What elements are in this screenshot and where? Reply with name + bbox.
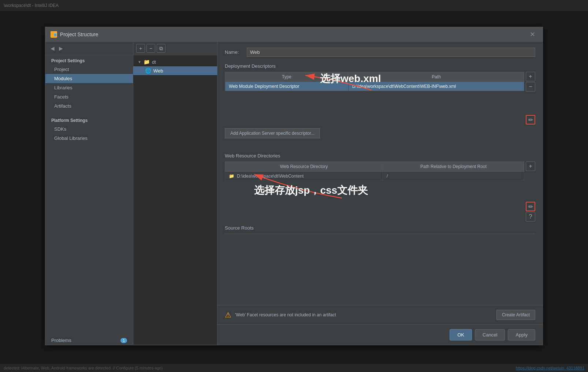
web-resource-wrapper: Web Resource Directory Path Relative to …: [225, 161, 535, 222]
problems-label: Problems: [51, 338, 71, 343]
add-server-descriptor-button[interactable]: Add Application Server specific descript…: [225, 128, 320, 138]
tree-item-web[interactable]: 🌐 Web: [133, 66, 217, 75]
warning-text: 'Web' Facet resources are not included i…: [235, 312, 493, 317]
dialog-body: ◀ ▶ Project Settings Project Modules Lib…: [45, 42, 543, 345]
dialog-close-button[interactable]: ✕: [528, 30, 537, 39]
svg-rect-0: [51, 33, 53, 36]
deployment-descriptors-table: Type Path Web Module Deployment Descript…: [225, 72, 524, 91]
tree-toolbar: + − ⧉: [133, 42, 217, 55]
module-tree: ▼ 📁 dt 🌐 Web: [133, 55, 217, 345]
wr-col-directory: Web Resource Directory: [225, 162, 383, 172]
sidebar-item-facets[interactable]: Facets: [45, 92, 133, 101]
project-structure-dialog: Project Structure ✕ ◀ ▶ Project Settings…: [45, 27, 543, 345]
wr-row-directory: 📁 D:\idea\workspace\dt\WebContent: [225, 172, 383, 181]
sidebar-item-modules[interactable]: Modules: [45, 74, 133, 83]
tree-copy-button[interactable]: ⧉: [157, 44, 165, 53]
dialog-footer: OK Cancel Apply: [217, 324, 543, 345]
web-resource-table: Web Resource Directory Path Relative to …: [225, 161, 524, 181]
apply-button[interactable]: Apply: [508, 329, 535, 341]
sidebar-item-problems[interactable]: Problems 1: [45, 336, 133, 345]
create-artifact-button[interactable]: Create Artifact: [496, 310, 535, 320]
sidebar-item-sdks[interactable]: SDKs: [45, 124, 133, 134]
wr-help-button[interactable]: ?: [526, 212, 535, 222]
wr-row-path: /: [383, 172, 524, 181]
problems-badge: 1: [120, 338, 127, 343]
tree-item-dt[interactable]: ▼ 📁 dt: [133, 57, 217, 66]
svg-rect-2: [54, 33, 56, 33]
dd-side-actions: + − ✏: [526, 72, 535, 124]
wr-add-button[interactable]: +: [526, 161, 535, 171]
module-name-input[interactable]: [247, 48, 535, 57]
nav-forward-button[interactable]: ▶: [57, 45, 64, 52]
project-structure-icon: [51, 31, 57, 38]
sidebar-item-libraries[interactable]: Libraries: [45, 83, 133, 92]
dialog-title-text: Project Structure: [60, 31, 98, 37]
dd-add-button[interactable]: +: [526, 72, 535, 81]
main-content-area: Name: Deployment Descriptors Type Path: [217, 42, 543, 305]
module-name-row: Name:: [225, 48, 535, 57]
folder-icon: 📁: [144, 59, 150, 65]
wr-edit-button[interactable]: ✏: [526, 202, 535, 211]
warning-icon: ⚠: [225, 310, 231, 319]
dd-row-path: D:\idea\workspace\dt\WebContent\WEB-INF\…: [348, 82, 524, 91]
wr-side-actions: + ✏ ?: [526, 161, 535, 222]
project-settings-header: Project Settings: [45, 55, 133, 65]
sidebar-item-global-libraries[interactable]: Global Libraries: [45, 134, 133, 143]
annotation-jsp-css-text: 选择存放jsp，css文件夹: [254, 183, 368, 197]
sidebar-item-project[interactable]: Project: [45, 65, 133, 74]
nav-back-button[interactable]: ◀: [49, 45, 56, 52]
source-roots-section: Source Roots: [225, 225, 535, 234]
web-icon: 🌐: [145, 68, 151, 74]
wr-col-path: Path Relative to Deployment Root: [383, 162, 524, 172]
web-resource-directories-title: Web Resource Directories: [225, 153, 535, 159]
main-content-panel: Name: Deployment Descriptors Type Path: [217, 42, 543, 345]
tree-add-button[interactable]: +: [136, 44, 145, 53]
platform-settings-header: Platform Settings: [45, 115, 133, 124]
svg-rect-1: [54, 34, 56, 36]
tree-expand-arrow: ▼: [138, 60, 141, 64]
name-label: Name:: [225, 49, 243, 55]
tree-item-web-label: Web: [153, 68, 163, 74]
table-row[interactable]: Web Module Deployment Descriptor D:\idea…: [225, 82, 524, 91]
dialog-titlebar: Project Structure ✕: [45, 27, 543, 42]
dialog-title-left: Project Structure: [51, 31, 98, 38]
left-nav-panel: ◀ ▶ Project Settings Project Modules Lib…: [45, 42, 133, 345]
deployment-descriptors-title: Deployment Descriptors: [225, 63, 535, 69]
sidebar-item-artifacts[interactable]: Artifacts: [45, 101, 133, 111]
dd-col-type: Type: [225, 72, 349, 82]
deployment-descriptors-wrapper: Type Path Web Module Deployment Descript…: [225, 72, 535, 124]
cancel-button[interactable]: Cancel: [475, 329, 505, 341]
table-row[interactable]: 📁 D:\idea\workspace\dt\WebContent /: [225, 172, 524, 181]
source-roots-divider: [225, 234, 535, 234]
bottom-warning-bar: ⚠ 'Web' Facet resources are not included…: [217, 305, 543, 324]
ok-button[interactable]: OK: [450, 329, 472, 341]
dd-col-path: Path: [348, 72, 524, 82]
module-tree-panel: + − ⧉ ▼ 📁 dt 🌐 Web: [133, 42, 217, 345]
dialog-overlay: Project Structure ✕ ◀ ▶ Project Settings…: [0, 0, 588, 372]
tree-remove-button[interactable]: −: [146, 44, 155, 53]
dd-remove-button[interactable]: −: [526, 82, 535, 92]
nav-header: ◀ ▶: [45, 42, 133, 55]
dd-row-type: Web Module Deployment Descriptor: [225, 82, 349, 91]
dd-edit-button[interactable]: ✏: [526, 115, 535, 124]
source-roots-title: Source Roots: [225, 225, 535, 231]
tree-item-dt-label: dt: [152, 59, 156, 65]
